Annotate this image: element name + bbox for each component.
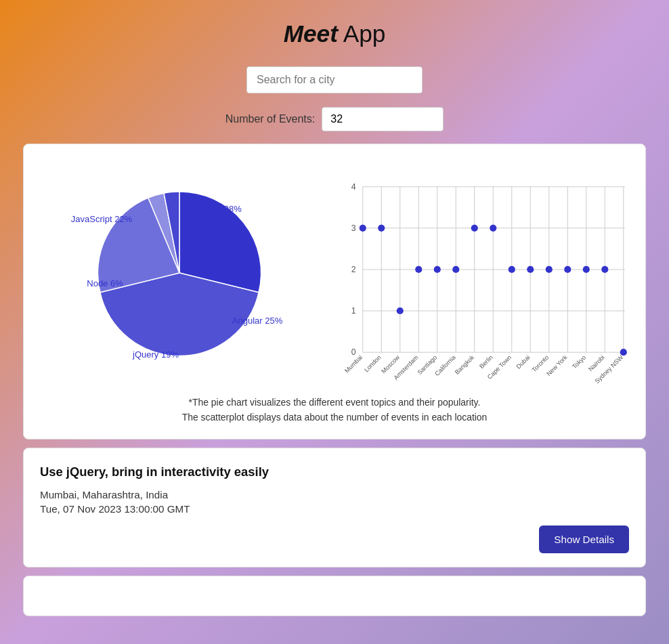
- event-card: Use jQuery, bring in interactivity easil…: [23, 448, 646, 567]
- events-number-input[interactable]: [322, 107, 444, 131]
- scatter-point-dubai: [527, 266, 534, 273]
- x-label-tokyo: Tokyo: [571, 354, 587, 370]
- search-input[interactable]: [246, 66, 423, 93]
- show-details-button[interactable]: Show Details: [539, 525, 629, 553]
- x-label-newyork: New York: [545, 353, 569, 377]
- event-location: Mumbai, Maharashtra, India: [40, 489, 629, 500]
- event-date: Tue, 07 Nov 2023 13:00:00 GMT: [40, 503, 629, 515]
- events-label: Number of Events:: [225, 113, 316, 125]
- scatter-point-moscow: [397, 307, 404, 314]
- x-label-bangkok: Bangkok: [454, 353, 476, 376]
- scatter-chart-svg: 0 1 2 3 4 Mumbai London Moscow Amsterdam…: [335, 158, 632, 388]
- y-label-1: 1: [351, 306, 356, 316]
- pie-chart-svg: React 28% Angular 25% jQuery 19% Node 6%…: [71, 171, 288, 374]
- pie-chart-area: React 28% Angular 25% jQuery 19% Node 6%…: [37, 165, 322, 381]
- pie-label-react: React 28%: [198, 204, 242, 214]
- x-label-dubai: Dubai: [515, 354, 532, 370]
- pie-label-javascript: JavaScript 22%: [71, 214, 133, 224]
- scatter-point-california: [452, 266, 459, 273]
- app-title: Meet App: [284, 20, 386, 47]
- x-label-california: California: [433, 353, 457, 377]
- y-label-4: 4: [351, 182, 356, 192]
- scatter-point-santiago: [434, 266, 441, 273]
- scatter-point-london: [378, 225, 385, 232]
- charts-card: React 28% Angular 25% jQuery 19% Node 6%…: [23, 144, 646, 439]
- scatter-chart-area: 0 1 2 3 4 Mumbai London Moscow Amsterdam…: [335, 158, 632, 388]
- pie-label-jquery: jQuery 19%: [132, 349, 179, 360]
- x-label-london: London: [363, 354, 383, 374]
- pie-label-node: Node 6%: [87, 278, 123, 288]
- scatter-point-toronto: [546, 266, 553, 273]
- chart-caption: *The pie chart visualizes the different …: [37, 395, 632, 425]
- event-card-empty: [23, 576, 646, 616]
- y-label-2: 2: [351, 265, 356, 274]
- x-label-berlin: Berlin: [478, 354, 494, 370]
- scatter-point-berlin: [490, 225, 496, 232]
- scatter-point-sydney: [620, 349, 627, 356]
- y-label-3: 3: [351, 223, 356, 233]
- scatter-point-amsterdam: [415, 266, 422, 273]
- events-row: Number of Events:: [225, 107, 444, 131]
- scatter-point-mumbai: [360, 225, 366, 232]
- event-title: Use jQuery, bring in interactivity easil…: [40, 465, 629, 479]
- y-label-0: 0: [351, 347, 356, 357]
- pie-label-angular: Angular 25%: [232, 316, 283, 326]
- scatter-point-newyork: [564, 266, 571, 273]
- scatter-point-tokyo: [583, 266, 590, 273]
- scatter-point-bangkok: [471, 225, 478, 232]
- scatter-point-nairobi: [601, 266, 608, 273]
- scatter-point-capetown: [509, 266, 515, 273]
